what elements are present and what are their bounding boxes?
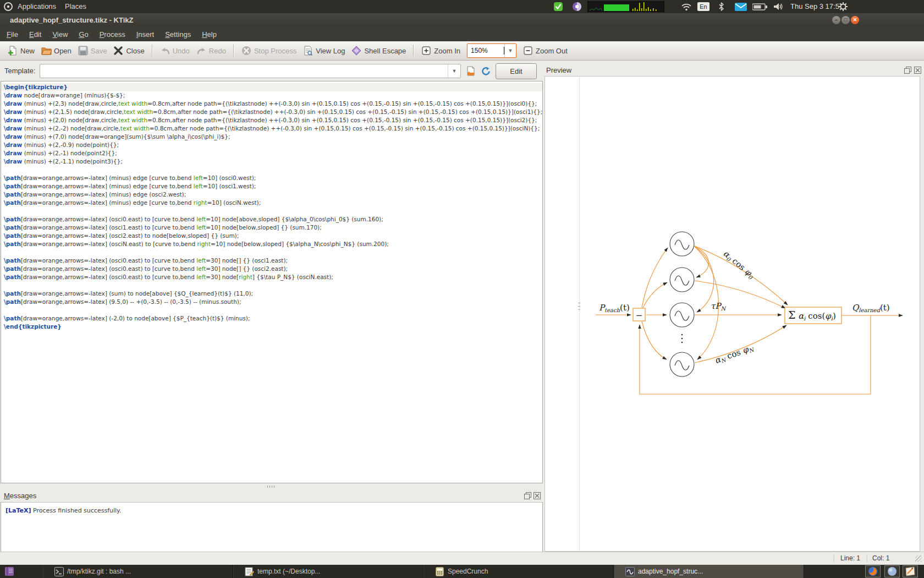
new-button[interactable]: New [4,44,38,57]
open-icon [41,46,51,56]
ktikz-icon [625,567,635,576]
code-line: \draw (minus) +(2,0) node[draw,circle,te… [1,116,542,124]
code-line: \path[draw=orange,arrows=-latex] (-2,0) … [1,314,542,323]
close-button[interactable]: Close [110,44,147,57]
preview-splitter-grip [578,303,580,313]
bluetooth-icon[interactable] [718,2,724,11]
log-entry: [LaTeX] Process finished successfully. [6,507,542,514]
chevron-down-icon[interactable]: ▼ [504,44,516,57]
menu-file[interactable]: File [1,28,24,41]
shell-escape-label: Shell Escape [364,47,406,55]
taskbar-task[interactable]: adaptive_hopf_struc... [614,565,804,578]
updates-ok-icon[interactable] [553,2,563,12]
float-panel-icon[interactable] [524,492,532,499]
template-edit-button[interactable]: Edit [496,63,537,79]
tex-icon[interactable] [903,565,918,577]
undo-button: Undo [157,44,193,57]
code-line: \path[draw=orange,arrows=-latex] (minus)… [1,174,542,182]
menu-insert[interactable]: Insert [131,28,160,41]
chevron-down-icon[interactable]: ▼ [448,64,460,78]
window-titlebar[interactable]: adaptive_hopf_structure.tikz - KTikZ – □… [0,13,924,28]
float-panel-icon[interactable] [904,67,912,74]
code-line [1,248,542,257]
shell-escape-button[interactable]: Shell Escape [348,44,409,57]
taskbar-task[interactable]: temp.txt (~/Desktop... [233,565,424,578]
zoom-in-button[interactable]: Zoom In [418,44,464,57]
close-label: Close [126,47,144,55]
maximize-button[interactable]: □ [842,16,850,24]
firefox-icon[interactable] [865,565,881,577]
template-reload-button[interactable] [479,64,492,78]
task-title: adaptive_hopf_struc... [638,568,703,575]
view-log-button[interactable]: View Log [300,44,348,57]
keyboard-layout-indicator[interactable]: En [697,2,710,11]
menu-help[interactable]: Help [196,28,222,41]
screen: Applications Places [0,0,924,578]
menu-settings[interactable]: Settings [160,28,196,41]
code-line: \path[draw=orange,arrows=-latex] (osci2.… [1,232,542,240]
code-line: \path[draw=orange,arrows=-latex] (osci0.… [1,265,542,273]
template-open-button[interactable] [464,64,477,78]
statusbar: Line: 1 Col: 1 [0,552,924,565]
code-line: \draw (minus) +(2,-0.9) node(point){}; [1,141,542,149]
menu-go[interactable]: Go [73,28,94,41]
code-line [1,166,542,174]
resize-grip[interactable] [915,555,922,562]
statusbar-separator [867,554,868,563]
redo-label: Redo [209,47,226,55]
horizontal-splitter[interactable] [0,483,543,490]
messages-panel-title: Messages [4,492,36,500]
close-panel-icon[interactable] [534,492,541,499]
mail-icon[interactable] [735,3,747,11]
indicator-orb-icon[interactable] [572,2,582,12]
globe-icon[interactable] [884,565,900,577]
places-menu[interactable]: Places [65,2,86,10]
volume-icon[interactable] [773,2,784,11]
template-combobox[interactable]: ▼ [40,64,461,78]
menubar: FileEditViewGoProcessInsertSettingsHelp [0,28,924,41]
save-icon [78,46,88,56]
view-log-label: View Log [316,47,345,55]
taskbar-task[interactable]: /tmp/ktikz.git : bash ... [43,565,233,578]
toolbar-separator [413,45,414,57]
wifi-icon[interactable] [681,3,692,11]
statusbar-separator [834,554,835,563]
session-gear-icon[interactable] [838,2,848,12]
system-monitor-widget[interactable] [587,1,664,12]
distro-logo-icon[interactable] [3,2,13,12]
toolbar: NewOpenSaveCloseUndoRedoStop ProcessView… [0,41,924,61]
code-line: \path[draw=orange,arrows=-latex] (9.5,0)… [1,298,542,306]
preview-splitter[interactable] [579,77,580,550]
code-line: \path[draw=orange,arrows=-latex] (osci0.… [1,273,542,281]
close-panel-icon[interactable] [914,67,922,74]
save-button: Save [75,44,111,57]
new-label: New [20,47,35,55]
menu-process[interactable]: Process [94,28,131,41]
close-window-button[interactable]: ✕ [851,16,859,24]
code-line: \draw (minus) +(2,1.5) node[draw,circle,… [1,108,542,116]
battery-icon[interactable] [752,3,767,10]
zoom-level-combobox[interactable]: 150%▼ [467,43,516,58]
applications-menu[interactable]: Applications [18,2,56,10]
taskbar-task[interactable]: SpeedCrunch [424,565,614,578]
preview-panel-title: Preview [546,66,571,74]
open-button[interactable]: Open [38,44,75,57]
code-line: \begin{tikzpicture} [1,83,542,91]
zoom-in-label: Zoom In [434,47,460,55]
zoom-out-button[interactable]: Zoom Out [520,44,571,57]
code-line: \path[draw=orange,arrows=-latex] (osci1.… [1,223,542,232]
menu-edit[interactable]: Edit [24,28,47,41]
minimize-button[interactable]: – [832,16,840,24]
code-line: \draw (minus) +(2,-1) node(point2){}; [1,149,542,157]
undo-label: Undo [173,47,190,55]
code-editor[interactable]: \begin{tikzpicture}\draw node[draw=orang… [1,81,543,483]
splitter-grip [267,486,276,488]
clock[interactable]: Thu Sep 3 17:57 [790,2,843,10]
code-line: \path[draw=orange,arrows=-latex] (osci0.… [1,257,542,265]
preview-canvas [544,76,920,552]
purple-app-icon[interactable] [4,566,14,576]
code-line: \draw (minus) +(2,-2) node[draw,circle,t… [1,124,542,133]
menu-view[interactable]: View [47,28,73,41]
template-label: Template: [4,67,35,75]
code-line: \path[draw=orange,arrows=-latex] (osci0.… [1,215,542,223]
